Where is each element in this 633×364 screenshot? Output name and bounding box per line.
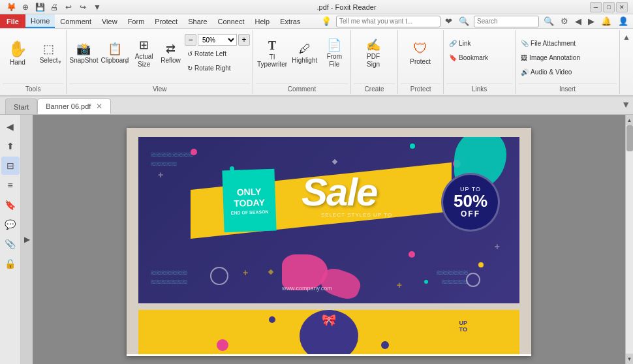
menu-help[interactable]: Help xyxy=(250,14,275,28)
back-icon[interactable]: ◀ xyxy=(573,16,583,26)
search-icon[interactable]: 🔍 xyxy=(457,16,471,26)
menu-protect[interactable]: Protect xyxy=(149,14,183,28)
hand-tool-btn[interactable]: ✋ Hand xyxy=(3,31,33,74)
layers-btn[interactable]: ≡ xyxy=(1,176,20,194)
tabs-bar: Start Banner 06.pdf ✕ ▼ xyxy=(0,97,633,115)
redo-btn[interactable]: ↪ xyxy=(77,1,89,13)
notifications-icon[interactable]: 🔔 xyxy=(599,16,613,26)
image-annotation-label: Image Annotation xyxy=(529,54,580,61)
comments-panel-btn[interactable]: 💬 xyxy=(1,215,20,234)
attachments-btn[interactable]: 📎 xyxy=(1,235,20,253)
pdf-sign-label: PDFSign xyxy=(367,53,380,68)
clipboard-icon: 📋 xyxy=(108,43,122,55)
typewriter-icon: T xyxy=(268,40,276,52)
pdf-page-1: ≋≋≋≋ ≋≋≋≋ ≋≋≋≋≋ + + + + xyxy=(127,128,531,356)
scroll-down-btn[interactable]: ▼ xyxy=(626,354,634,364)
rotate-right-icon: ↻ xyxy=(187,65,193,72)
find-input[interactable] xyxy=(474,16,539,27)
select-styles-text: SELECT STYLES UP TO xyxy=(321,212,392,218)
zoom-rotate-col: − 50% 75% 100% 125% 150% + ↺ Rotate Left… xyxy=(185,31,250,74)
reflow-icon: ⇄ xyxy=(166,43,176,55)
create-label: Create xyxy=(354,83,395,93)
tab-banner[interactable]: Banner 06.pdf ✕ xyxy=(37,99,111,114)
zoom-select[interactable]: 50% 75% 100% 125% 150% xyxy=(198,34,237,46)
audio-video-btn[interactable]: 🔊 Audio & Video xyxy=(518,65,583,78)
menu-connect[interactable]: Connect xyxy=(213,14,250,28)
actual-size-btn[interactable]: ⊞ ActualSize xyxy=(131,31,157,74)
tab-start[interactable]: Start xyxy=(5,99,37,114)
menu-bar: File Home Comment View Form Protect Shar… xyxy=(0,14,633,29)
ribbon-group-view: 📸 SnapShot 📋 Clipboard ▼ ⊞ ActualSize ⇄ … xyxy=(67,30,253,94)
reflow-btn[interactable]: ⇄ Reflow xyxy=(158,31,183,74)
tab-close-btn[interactable]: ✕ xyxy=(96,102,102,111)
highlight-icon: 🖊 xyxy=(299,43,311,55)
restore-btn[interactable]: □ xyxy=(603,2,615,12)
zoom-in-btn[interactable]: + xyxy=(238,34,250,46)
nav-toggle-btn[interactable]: ◀ xyxy=(1,117,20,136)
file-attachment-icon: 📎 xyxy=(521,40,529,47)
off-text: OFF xyxy=(461,209,480,219)
select-tool-btn[interactable]: ⬚ Select ▼ xyxy=(34,31,64,74)
bookmark-icon: 🔖 xyxy=(449,54,457,61)
link-btn[interactable]: 🔗 Link xyxy=(446,37,491,50)
forward-icon[interactable]: ▶ xyxy=(586,16,596,26)
new-btn[interactable]: ⊕ xyxy=(20,1,31,13)
print-btn[interactable]: 🖨 xyxy=(48,1,60,13)
save-btn[interactable]: 💾 xyxy=(34,1,46,13)
snapshot-btn[interactable]: 📸 SnapShot xyxy=(69,31,98,74)
scroll-track[interactable] xyxy=(626,125,634,354)
audio-video-label: Audio & Video xyxy=(531,68,572,76)
close-btn[interactable]: ✕ xyxy=(616,2,628,12)
pdf-sign-btn[interactable]: ✍ PDFSign xyxy=(354,31,393,74)
minimize-btn[interactable]: ─ xyxy=(590,2,602,12)
clipboard-btn[interactable]: 📋 Clipboard ▼ xyxy=(99,31,130,74)
protect-btn[interactable]: 🛡 Protect xyxy=(401,31,440,74)
favorites-icon[interactable]: ❤ xyxy=(443,16,454,26)
search-go-icon[interactable]: 🔍 xyxy=(542,16,556,26)
select-dropdown-arrow: ▼ xyxy=(57,59,63,65)
right-scrollbar[interactable]: ▲ ▼ xyxy=(625,115,633,364)
menu-comment[interactable]: Comment xyxy=(55,14,97,28)
zoom-row: − 50% 75% 100% 125% 150% + xyxy=(185,34,250,46)
zoom-out-btn[interactable]: − xyxy=(185,34,196,46)
scroll-up-btn[interactable]: ▲ xyxy=(626,115,634,125)
banner-ad-2: 🎀 ✕ UP TO xyxy=(138,310,519,354)
security-btn[interactable]: 🔒 xyxy=(1,254,20,273)
menu-share[interactable]: Share xyxy=(183,14,212,28)
tell-input[interactable] xyxy=(336,16,440,27)
rotate-right-btn[interactable]: ↻ Rotate Right xyxy=(185,61,250,74)
image-annotation-icon: 🖼 xyxy=(521,54,527,61)
from-file-btn[interactable]: 📄 FromFile xyxy=(320,31,348,74)
file-attachment-btn[interactable]: 📎 File Attachment xyxy=(518,37,583,50)
ribbon-group-tools: ✋ Hand ⬚ Select ▼ Tools xyxy=(0,30,67,94)
tab-scroll-btn[interactable]: ▼ xyxy=(621,99,630,110)
menu-home[interactable]: Home xyxy=(25,14,55,28)
bookmarks-btn[interactable]: 🔖 xyxy=(1,196,20,214)
customize-btn[interactable]: ▼ xyxy=(91,1,103,13)
rotate-left-btn[interactable]: ↺ Rotate Left xyxy=(185,47,250,60)
left-panel: ◀ ⬆ ⊟ ≡ 🔖 💬 📎 🔒 xyxy=(0,115,21,364)
menu-view[interactable]: View xyxy=(97,14,123,28)
menu-file[interactable]: File xyxy=(0,14,25,28)
thumbnail-btn[interactable]: ⊟ xyxy=(1,157,20,175)
ribbon: ✋ Hand ⬚ Select ▼ Tools 📸 SnapShot 📋 Cli… xyxy=(0,29,633,97)
image-annotation-btn[interactable]: 🖼 Image Annotation xyxy=(518,51,583,64)
hand-icon: ✋ xyxy=(8,41,27,57)
sale-main-text: Sale xyxy=(301,170,377,215)
settings-icon[interactable]: ⚙ xyxy=(559,16,570,26)
page-up-btn[interactable]: ⬆ xyxy=(1,137,20,155)
ribbon-collapse-btn[interactable]: ▲ xyxy=(623,33,630,42)
nav-expand-arrow[interactable]: ▶ xyxy=(21,115,33,364)
tools-label: Tools xyxy=(3,83,63,93)
user-icon[interactable]: 👤 xyxy=(616,16,630,26)
menu-form[interactable]: Form xyxy=(123,14,150,28)
menu-extras[interactable]: Extras xyxy=(275,14,305,28)
highlight-btn[interactable]: 🖊 Highlight xyxy=(290,31,319,74)
undo-btn[interactable]: ↩ xyxy=(63,1,74,13)
pdf-view-area[interactable]: ≋≋≋≋ ≋≋≋≋ ≋≋≋≋≋ + + + + xyxy=(33,115,625,364)
pdf-sign-icon: ✍ xyxy=(366,39,380,51)
scroll-thumb[interactable] xyxy=(626,125,633,151)
typewriter-btn[interactable]: T TI Typewriter xyxy=(256,31,288,74)
bookmark-btn[interactable]: 🔖 Bookmark xyxy=(446,51,491,64)
end-of-season-text: END OF SEASON xyxy=(231,209,269,215)
